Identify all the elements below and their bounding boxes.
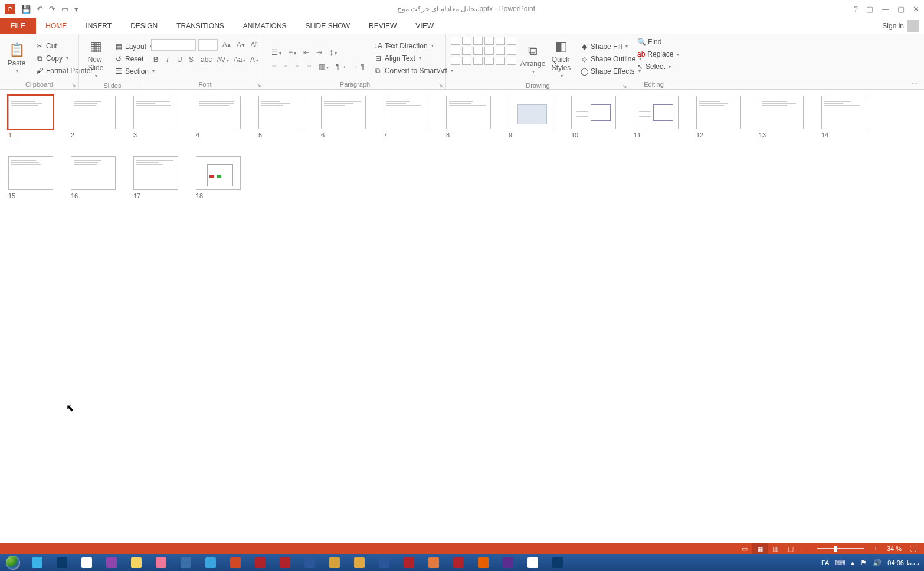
taskbar-app[interactable] (397, 555, 421, 570)
increase-font-icon[interactable]: A▴ (220, 40, 232, 50)
shape-item[interactable] (462, 37, 471, 45)
line-spacing-button[interactable]: ‡▾ (327, 47, 339, 58)
sign-in[interactable]: Sign in (877, 18, 924, 34)
strikethrough-button[interactable]: S (186, 54, 196, 65)
italic-button[interactable]: I (163, 54, 172, 65)
zoom-out-button[interactable]: − (798, 543, 814, 554)
rtl-button[interactable]: ←¶ (351, 61, 366, 72)
taskbar-app[interactable] (224, 555, 247, 570)
tab-transitions[interactable]: TRANSITIONS (167, 18, 234, 34)
tab-review[interactable]: REVIEW (359, 18, 406, 34)
slide-thumbnail[interactable]: 9 (509, 96, 553, 139)
ltr-button[interactable]: ¶→ (333, 61, 349, 72)
slide-thumbnail[interactable]: 6 (321, 96, 366, 139)
tab-file[interactable]: FILE (0, 18, 36, 34)
minimize-icon[interactable]: ― (882, 5, 889, 14)
align-right-button[interactable]: ≡ (293, 61, 302, 72)
slide-thumbnail[interactable]: 15 (8, 156, 53, 199)
tab-design[interactable]: DESIGN (121, 18, 167, 34)
shape-item[interactable] (484, 47, 494, 55)
taskbar-app[interactable] (174, 555, 198, 570)
slide-thumbnail[interactable]: 12 (696, 96, 741, 139)
shape-item[interactable] (496, 47, 505, 55)
shape-item[interactable] (462, 57, 471, 65)
tab-view[interactable]: VIEW (406, 18, 443, 34)
taskbar-app[interactable] (199, 555, 222, 570)
slide-thumbnail[interactable]: 14 (821, 96, 866, 139)
close-icon[interactable]: ✕ (913, 5, 919, 14)
ribbon-display-icon[interactable]: ▢ (866, 5, 873, 14)
maximize-icon[interactable]: ▢ (897, 5, 905, 14)
shape-item[interactable] (451, 47, 460, 55)
taskbar-app[interactable] (323, 555, 346, 570)
change-case-button[interactable]: Aa▾ (231, 54, 245, 65)
slide-thumbnail[interactable]: 16 (71, 156, 116, 199)
shape-item[interactable] (462, 47, 471, 55)
taskbar-app[interactable] (149, 555, 173, 570)
shape-item[interactable] (496, 57, 505, 65)
slide-thumbnail[interactable]: 4 (196, 96, 241, 139)
drawing-dialog-icon[interactable]: ↘ (622, 83, 627, 89)
shapes-gallery[interactable] (451, 37, 516, 81)
slide-sorter-view-button[interactable]: ▦ (752, 543, 768, 554)
convert-smartart-button[interactable]: ⧉Convert to SmartArt▾ (372, 65, 456, 76)
reading-view-button[interactable]: ▥ (768, 543, 783, 554)
shape-item[interactable] (451, 37, 460, 45)
font-size-input[interactable] (198, 39, 217, 51)
tab-home[interactable]: HOME (36, 18, 76, 34)
paste-button[interactable]: 📋 Paste ▾ (5, 37, 28, 80)
taskbar-app[interactable] (248, 555, 272, 570)
slide-thumbnail[interactable]: 8 (446, 96, 491, 139)
tab-insert[interactable]: INSERT (76, 18, 121, 34)
keyboard-icon[interactable]: ⌨ (835, 559, 845, 567)
align-center-button[interactable]: ≡ (281, 61, 290, 72)
taskbar-app[interactable] (471, 555, 495, 570)
taskbar-app[interactable] (273, 555, 297, 570)
font-color-button[interactable]: A▾ (248, 54, 259, 65)
clear-formatting-icon[interactable]: A⃠ (248, 40, 259, 50)
clipboard-dialog-icon[interactable]: ↘ (71, 82, 76, 88)
start-from-beginning-icon[interactable]: ▭ (61, 5, 68, 14)
replace-button[interactable]: abReplace▾ (635, 49, 673, 60)
shape-item[interactable] (507, 57, 516, 65)
taskbar-app[interactable] (521, 555, 545, 570)
shape-item[interactable] (496, 37, 505, 45)
volume-icon[interactable]: 🔊 (873, 559, 882, 567)
arrange-button[interactable]: ⧉ Arrange▾ (521, 37, 545, 81)
taskbar-app[interactable] (496, 555, 520, 570)
new-slide-button[interactable]: ▦ New Slide ▾ (84, 37, 107, 81)
taskbar-app[interactable] (422, 555, 445, 570)
shape-item[interactable] (451, 57, 460, 65)
font-name-input[interactable] (151, 39, 196, 51)
slideshow-view-button[interactable]: ▢ (783, 543, 798, 554)
quick-styles-button[interactable]: ◧ Quick Styles▾ (549, 37, 573, 81)
decrease-indent-button[interactable]: ⇤ (301, 47, 312, 58)
slide-thumbnail[interactable]: 3 (133, 96, 178, 139)
slide-thumbnail[interactable]: 1 (8, 96, 53, 139)
taskbar-app[interactable] (25, 555, 49, 570)
numbering-button[interactable]: ≡▾ (286, 47, 299, 58)
font-dialog-icon[interactable]: ↘ (257, 82, 261, 88)
taskbar-app[interactable] (546, 555, 569, 570)
slide-thumbnail[interactable]: 2 (71, 96, 116, 139)
clock[interactable]: ب.ظ 04:06 (887, 559, 919, 567)
increase-indent-button[interactable]: ⇥ (314, 47, 325, 58)
taskbar-app[interactable] (298, 555, 322, 570)
select-button[interactable]: ↖Select▾ (635, 61, 673, 72)
taskbar-app[interactable] (447, 555, 470, 570)
shape-item[interactable] (484, 57, 494, 65)
slide-thumbnail[interactable]: 18 (196, 156, 241, 199)
shape-item[interactable] (507, 37, 516, 45)
taskbar-app[interactable] (75, 555, 99, 570)
tab-animations[interactable]: ANIMATIONS (234, 18, 296, 34)
help-icon[interactable]: ? (854, 5, 858, 14)
flag-icon[interactable]: ⚑ (860, 559, 867, 567)
slide-thumbnail[interactable]: 11 (634, 96, 679, 139)
slide-thumbnail[interactable]: 17 (133, 156, 178, 199)
tray-chevron-icon[interactable]: ▴ (851, 559, 854, 567)
underline-button[interactable]: U (175, 54, 184, 65)
qat-customize-icon[interactable]: ▾ (74, 5, 78, 14)
slide-thumbnail[interactable]: 13 (759, 96, 804, 139)
normal-view-button[interactable]: ▭ (737, 543, 752, 554)
shadow-button[interactable]: abc (198, 54, 212, 65)
